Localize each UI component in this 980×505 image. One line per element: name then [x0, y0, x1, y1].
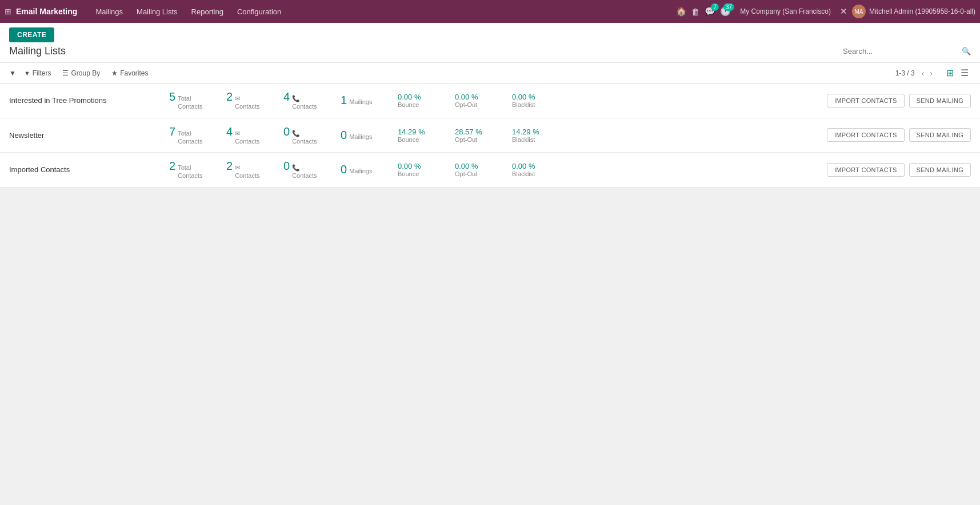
email-icon: ✉: [235, 164, 259, 172]
table-row[interactable]: Interested in Tree Promotions 5 Total Co…: [0, 83, 980, 118]
search-wrapper: [843, 45, 957, 58]
filter-funnel-icon: ▼: [24, 70, 30, 77]
nav-configuration[interactable]: Configuration: [230, 0, 288, 23]
phone-contacts-number: 0: [283, 125, 290, 138]
bounce-pct: 0.00 %: [398, 93, 455, 101]
group-by-button[interactable]: ☰ Group By: [59, 67, 103, 79]
filter-bar: ▼ ▼ Filters ☰ Group By ★ Favorites 1-3 /…: [0, 63, 980, 83]
mailings-stat: 1 Mailings: [341, 94, 398, 107]
send-mailing-button[interactable]: SEND MAILING: [909, 128, 971, 142]
pagination-info: 1-3 / 3: [895, 69, 915, 77]
optout-stat: 0.00 % Opt-Out: [455, 93, 512, 108]
email-contacts-stat: 4 ✉ Contacts: [226, 125, 283, 145]
close-icon[interactable]: ✕: [840, 6, 847, 17]
nav-reporting[interactable]: Reporting: [185, 0, 230, 23]
phone-contacts-stat: 0 📞 Contacts: [283, 125, 341, 145]
user-menu[interactable]: MA Mitchell Admin (19905958-16-0-all): [852, 5, 975, 18]
mailings-number: 1: [341, 94, 347, 107]
list-view-button[interactable]: ☰: [958, 66, 971, 79]
optout-pct: 28.57 %: [455, 128, 512, 136]
email-contacts-number: 2: [226, 160, 233, 173]
blacklist-pct: 0.00 %: [512, 93, 569, 101]
bounce-stat: 0.00 % Bounce: [398, 162, 455, 177]
group-by-icon: ☰: [62, 69, 69, 77]
bounce-pct: 0.00 %: [398, 162, 455, 170]
table-row[interactable]: Imported Contacts 2 Total Contacts 2 ✉ C…: [0, 153, 980, 188]
row-name: Imported Contacts: [9, 165, 169, 174]
user-avatar: MA: [852, 5, 866, 18]
search-input[interactable]: [843, 45, 957, 58]
mailing-list-table: Interested in Tree Promotions 5 Total Co…: [0, 83, 980, 188]
mailings-stat: 0 Mailings: [341, 163, 398, 176]
import-contacts-button[interactable]: IMPORT CONTACTS: [827, 128, 905, 142]
user-name: Mitchell Admin (19905958-16-0-all): [869, 7, 975, 15]
prev-page-button[interactable]: ‹: [919, 67, 927, 79]
phone-contacts-number: 0: [283, 160, 290, 173]
home-icon[interactable]: 🏠: [676, 6, 687, 17]
optout-label: Opt-Out: [455, 136, 512, 143]
total-contacts-stat: 7 Total Contacts: [169, 125, 226, 146]
table-row[interactable]: Newsletter 7 Total Contacts 4 ✉ Contacts: [0, 118, 980, 153]
chat-count: 7: [711, 3, 719, 11]
chat-badge[interactable]: 💬 7: [705, 6, 715, 17]
total-contacts-number: 2: [169, 160, 175, 173]
blacklist-stat: 0.00 % Blacklist: [512, 162, 569, 177]
company-selector[interactable]: My Company (San Francisco): [735, 7, 835, 15]
activity-badge[interactable]: 🕐 37: [720, 6, 731, 17]
send-mailing-button[interactable]: SEND MAILING: [909, 94, 971, 108]
total-contacts-number: 7: [169, 125, 175, 138]
phone-contacts-stat: 4 📞 Contacts: [283, 90, 341, 110]
app-name: Email Marketing: [16, 7, 77, 16]
optout-pct: 0.00 %: [455, 162, 512, 170]
topbar-right: 🏠 🗑 💬 7 🕐 37 My Company (San Francisco) …: [676, 5, 975, 18]
blacklist-pct: 14.29 %: [512, 128, 569, 136]
phone-contacts-number: 4: [283, 90, 290, 104]
email-icon: ✉: [235, 130, 259, 137]
top-nav: Mailings Mailing Lists Reporting Configu…: [89, 0, 288, 23]
bounce-label: Bounce: [398, 101, 455, 108]
search-icon[interactable]: 🔍: [962, 47, 971, 55]
filters-button[interactable]: ▼ Filters: [21, 67, 55, 79]
optout-pct: 0.00 %: [455, 93, 512, 101]
send-mailing-button[interactable]: SEND MAILING: [909, 163, 971, 177]
total-contacts-stat: 5 Total Contacts: [169, 90, 226, 111]
email-contacts-number: 2: [226, 90, 233, 104]
row-actions: IMPORT CONTACTS SEND MAILING: [827, 94, 971, 108]
mailings-number: 0: [341, 129, 347, 142]
trash-icon[interactable]: 🗑: [691, 7, 700, 17]
blacklist-label: Blacklist: [512, 136, 569, 143]
import-contacts-button[interactable]: IMPORT CONTACTS: [827, 163, 905, 177]
row-stats: 7 Total Contacts 4 ✉ Contacts 0: [169, 125, 827, 146]
filter-icon: ▼: [9, 69, 16, 77]
bounce-pct: 14.29 %: [398, 128, 455, 136]
phone-icon: 📞: [292, 95, 317, 102]
grid-icon[interactable]: ⊞: [5, 7, 11, 16]
total-contacts-stat: 2 Total Contacts: [169, 160, 226, 180]
row-stats: 2 Total Contacts 2 ✉ Contacts 0: [169, 160, 827, 180]
favorites-button[interactable]: ★ Favorites: [108, 67, 151, 79]
optout-label: Opt-Out: [455, 170, 512, 177]
nav-mailing-lists[interactable]: Mailing Lists: [130, 0, 185, 23]
row-name: Newsletter: [9, 131, 169, 140]
create-button[interactable]: CREATE: [9, 27, 54, 42]
nav-mailings[interactable]: Mailings: [89, 0, 130, 23]
blacklist-stat: 0.00 % Blacklist: [512, 93, 569, 108]
optout-stat: 0.00 % Opt-Out: [455, 162, 512, 177]
phone-icon: 📞: [292, 164, 317, 172]
email-contacts-stat: 2 ✉ Contacts: [226, 160, 283, 180]
bounce-stat: 14.29 % Bounce: [398, 128, 455, 143]
import-contacts-button[interactable]: IMPORT CONTACTS: [827, 94, 905, 108]
kanban-view-button[interactable]: ⊞: [944, 66, 956, 79]
bounce-label: Bounce: [398, 170, 455, 177]
phone-icon: 📞: [292, 130, 317, 137]
email-contacts-number: 4: [226, 125, 233, 138]
row-name: Interested in Tree Promotions: [9, 96, 169, 105]
blacklist-pct: 0.00 %: [512, 162, 569, 170]
view-toggle: ⊞ ☰: [944, 66, 971, 79]
row-actions: IMPORT CONTACTS SEND MAILING: [827, 128, 971, 142]
optout-label: Opt-Out: [455, 101, 512, 108]
activity-count: 37: [723, 3, 734, 11]
action-bar: CREATE: [0, 23, 980, 42]
next-page-button[interactable]: ›: [927, 67, 935, 79]
total-contacts-number: 5: [169, 90, 175, 104]
